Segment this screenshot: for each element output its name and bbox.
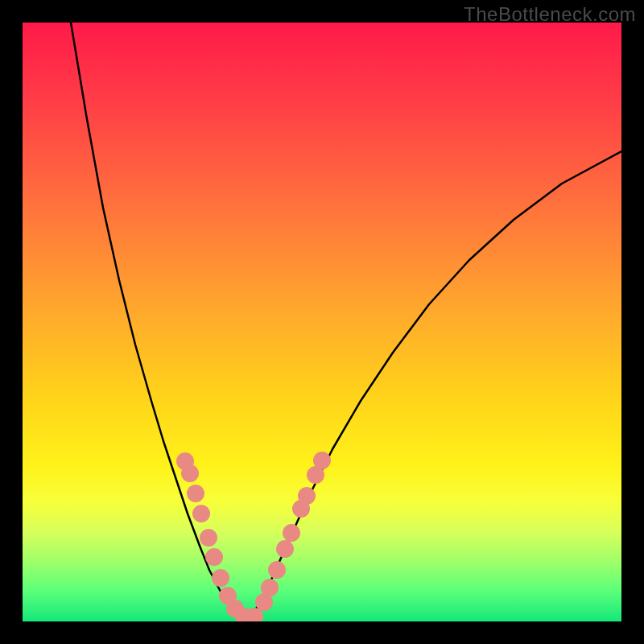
marker-dot (200, 529, 217, 547)
marker-dot (261, 579, 279, 597)
marker-dot (276, 540, 294, 558)
marker-dot (268, 561, 286, 579)
chart-svg (23, 23, 621, 621)
marker-dots (176, 452, 331, 621)
plot-area (23, 23, 621, 621)
marker-dot (298, 487, 316, 505)
marker-dot (205, 548, 223, 566)
curve-lines (71, 23, 621, 620)
outer-frame: TheBottleneck.com (0, 0, 644, 644)
series-right-arm (250, 151, 621, 620)
marker-dot (212, 569, 229, 587)
marker-dot (187, 485, 204, 502)
marker-dot (313, 452, 331, 469)
marker-dot (181, 464, 199, 482)
watermark-text: TheBottleneck.com (464, 3, 636, 26)
series-left-arm (71, 23, 240, 620)
marker-dot (192, 505, 210, 522)
marker-dot (283, 524, 300, 542)
